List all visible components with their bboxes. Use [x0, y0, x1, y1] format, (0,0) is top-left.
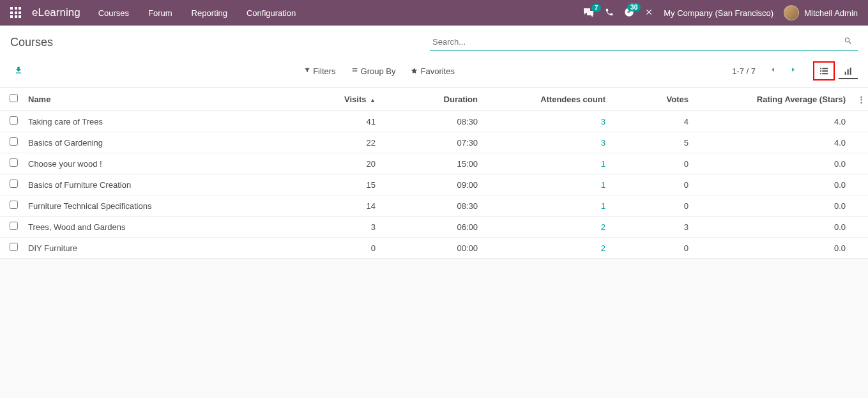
- cell-attendees[interactable]: 2: [483, 217, 611, 238]
- favorites-button[interactable]: Favorites: [411, 66, 454, 76]
- cell-visits: 22: [266, 132, 381, 153]
- row-checkbox[interactable]: [10, 116, 18, 125]
- list-view-button[interactable]: [813, 61, 835, 80]
- clock-count-badge: 30: [627, 3, 641, 11]
- groupby-label: Group By: [361, 66, 396, 76]
- favorites-label: Favorites: [420, 66, 454, 76]
- cell-visits: 0: [266, 238, 381, 259]
- row-checkbox[interactable]: [10, 137, 18, 146]
- user-menu[interactable]: Mitchell Admin: [784, 5, 858, 20]
- cell-votes: 0: [611, 174, 694, 195]
- select-all-cell: [0, 88, 23, 111]
- row-checkbox[interactable]: [10, 180, 18, 188]
- data-table-wrap: Name Visits ▲ Duration Attendees count V…: [0, 88, 868, 259]
- cell-duration: 08:30: [381, 195, 483, 217]
- row-checkbox[interactable]: [10, 201, 18, 209]
- cell-votes: 3: [611, 217, 694, 238]
- row-checkbox-cell: [0, 111, 23, 132]
- cell-votes: 0: [611, 238, 694, 259]
- col-header-votes[interactable]: Votes: [611, 88, 694, 111]
- table-row[interactable]: Basics of Furniture Creation1509:00100.0: [0, 174, 868, 195]
- bar-chart-icon: [843, 66, 853, 76]
- col-header-duration[interactable]: Duration: [381, 88, 483, 111]
- table-row[interactable]: DIY Furniture000:00200.0: [0, 238, 868, 259]
- cell-rating: 4.0: [694, 111, 855, 132]
- optional-columns-button[interactable]: ⋮: [855, 88, 868, 111]
- filters-label: Filters: [313, 66, 335, 76]
- search-icon[interactable]: [839, 36, 858, 47]
- nav-item-reporting[interactable]: Reporting: [192, 8, 227, 18]
- messaging-menu[interactable]: 7: [583, 8, 595, 19]
- company-switcher[interactable]: My Company (San Francisco): [664, 8, 773, 18]
- search-input[interactable]: [430, 33, 839, 50]
- cell-opt: [855, 174, 868, 195]
- apps-icon[interactable]: [10, 7, 22, 19]
- cell-duration: 00:00: [381, 238, 483, 259]
- pager-text[interactable]: 1-7 / 7: [732, 66, 756, 76]
- row-checkbox[interactable]: [10, 243, 18, 251]
- nav-item-forum[interactable]: Forum: [148, 8, 172, 18]
- cell-attendees[interactable]: 1: [483, 195, 611, 217]
- cell-visits: 20: [266, 153, 381, 174]
- cell-opt: [855, 195, 868, 217]
- cp-bottom: Filters Group By Favorites 1-7 / 7: [0, 56, 868, 87]
- graph-view-button[interactable]: [839, 63, 858, 79]
- activities-menu[interactable]: 30: [624, 7, 634, 19]
- groupby-icon: [351, 67, 358, 75]
- col-header-rating[interactable]: Rating Average (Stars): [694, 88, 855, 111]
- row-checkbox[interactable]: [10, 158, 18, 167]
- cell-attendees[interactable]: 1: [483, 153, 611, 174]
- row-checkbox[interactable]: [10, 222, 18, 230]
- cell-opt: [855, 153, 868, 174]
- search-bar: [430, 33, 858, 51]
- col-header-attendees[interactable]: Attendees count: [483, 88, 611, 111]
- data-table: Name Visits ▲ Duration Attendees count V…: [0, 88, 868, 259]
- nav-item-configuration[interactable]: Configuration: [247, 8, 296, 18]
- navbar-right: 7 30 My Company (San Francisco) Mitchell…: [583, 5, 858, 20]
- groupby-button[interactable]: Group By: [351, 66, 396, 76]
- phone-icon[interactable]: [605, 8, 614, 19]
- cell-duration: 09:00: [381, 174, 483, 195]
- cell-votes: 0: [611, 195, 694, 217]
- tools-icon[interactable]: [644, 8, 653, 19]
- cell-duration: 15:00: [381, 153, 483, 174]
- select-all-checkbox[interactable]: [10, 94, 18, 102]
- cell-rating: 0.0: [694, 153, 855, 174]
- col-header-visits[interactable]: Visits ▲: [266, 88, 381, 111]
- pager-next-button[interactable]: [785, 63, 802, 79]
- app-brand[interactable]: eLearning: [32, 6, 80, 19]
- cell-opt: [855, 217, 868, 238]
- cell-name: Basics of Gardening: [23, 132, 266, 153]
- cell-rating: 0.0: [694, 217, 855, 238]
- cell-visits: 14: [266, 195, 381, 217]
- pager-prev-button[interactable]: [765, 63, 781, 79]
- cell-attendees[interactable]: 3: [483, 132, 611, 153]
- col-header-name[interactable]: Name: [23, 88, 266, 111]
- cell-attendees[interactable]: 1: [483, 174, 611, 195]
- cell-rating: 0.0: [694, 238, 855, 259]
- row-checkbox-cell: [0, 217, 23, 238]
- table-row[interactable]: Trees, Wood and Gardens306:00230.0: [0, 217, 868, 238]
- cell-attendees[interactable]: 2: [483, 238, 611, 259]
- cell-visits: 41: [266, 111, 381, 132]
- funnel-icon: [304, 67, 310, 75]
- cell-attendees[interactable]: 3: [483, 111, 611, 132]
- filters-button[interactable]: Filters: [304, 66, 335, 76]
- cell-votes: 0: [611, 153, 694, 174]
- download-icon[interactable]: [10, 63, 27, 79]
- row-checkbox-cell: [0, 195, 23, 217]
- table-row[interactable]: Furniture Technical Specifications1408:3…: [0, 195, 868, 217]
- row-checkbox-cell: [0, 132, 23, 153]
- table-row[interactable]: Taking care of Trees4108:30344.0: [0, 111, 868, 132]
- cell-name: Taking care of Trees: [23, 111, 266, 132]
- control-panel: Courses Filters Group By: [0, 26, 868, 88]
- pager-area: 1-7 / 7: [732, 61, 858, 80]
- nav-item-courses[interactable]: Courses: [98, 8, 129, 18]
- table-row[interactable]: Basics of Gardening2207:30354.0: [0, 132, 868, 153]
- page-title: Courses: [10, 36, 53, 49]
- table-row[interactable]: Choose your wood !2015:00100.0: [0, 153, 868, 174]
- list-icon: [819, 66, 829, 76]
- chat-count-badge: 7: [591, 4, 602, 12]
- cell-visits: 3: [266, 217, 381, 238]
- user-name: Mitchell Admin: [804, 8, 858, 18]
